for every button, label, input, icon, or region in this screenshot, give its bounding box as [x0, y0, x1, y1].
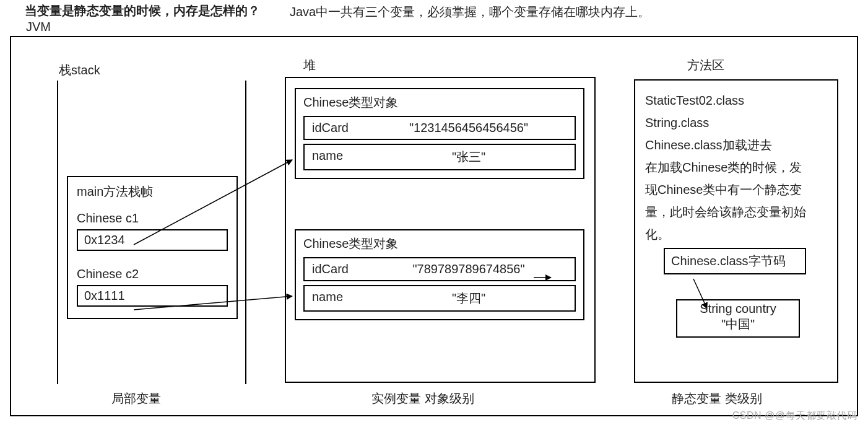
- stack-var: Chinese c1 0x1234: [77, 211, 228, 251]
- watermark: CSDN @@每天都要敲代码: [732, 410, 857, 423]
- object-title: Chinese类型对象: [303, 94, 576, 111]
- static-var-value: "中国": [684, 316, 792, 333]
- var-value-box: 0x1234: [77, 229, 228, 251]
- field-value: "789789789674856": [370, 262, 567, 276]
- main-frame-title: main方法栈帧: [77, 183, 228, 200]
- ma-line: StaticTest02.class: [645, 89, 827, 112]
- stack-caption: 局部变量: [111, 390, 161, 407]
- var-value-box: 0x1111: [77, 285, 228, 307]
- method-area-label: 方法区: [687, 57, 724, 74]
- title-main: 当变量是静态变量的时候，内存是怎样的？: [25, 2, 260, 19]
- ma-line: 在加载Chinese类的时候，发: [645, 156, 827, 178]
- ma-line: 量，此时会给该静态变量初始: [645, 201, 827, 223]
- field-name: idCard: [312, 262, 355, 276]
- jvm-label: JVM: [26, 20, 51, 34]
- stack-wall-right: [245, 81, 246, 384]
- field-box: idCard "789789789674856": [303, 257, 576, 281]
- field-name: name: [312, 290, 355, 307]
- field-name: name: [312, 149, 355, 165]
- static-var-title: String country: [684, 302, 792, 316]
- heap-object: Chinese类型对象 idCard "789789789674856" nam…: [295, 229, 584, 320]
- ma-line: String.class: [645, 112, 827, 134]
- main-stack-frame: main方法栈帧 Chinese c1 0x1234 Chinese c2 0x…: [67, 176, 238, 319]
- object-title: Chinese类型对象: [303, 235, 576, 252]
- field-value: "张三": [370, 149, 567, 165]
- title-sub: Java中一共有三个变量，必须掌握，哪个变量存储在哪块内存上。: [290, 4, 650, 20]
- class-bytecode-box: Chinese.class字节码: [664, 248, 806, 274]
- method-area-box: StaticTest02.class String.class Chinese.…: [634, 79, 838, 383]
- ma-line: Chinese.class加载进去: [645, 134, 827, 156]
- heap-label: 堆: [303, 57, 316, 74]
- field-box: idCard "1231456456456456": [303, 116, 576, 140]
- field-box: name "李四": [303, 285, 576, 312]
- field-value: "李四": [370, 290, 567, 307]
- stack-wall-left: [57, 81, 58, 384]
- var-decl: Chinese c2: [77, 267, 228, 281]
- stack-label: 栈stack: [59, 62, 100, 79]
- ma-line: 化。: [645, 223, 827, 245]
- method-area-caption: 静态变量 类级别: [672, 390, 762, 407]
- heap-caption: 实例变量 对象级别: [371, 390, 474, 407]
- ma-line: 现Chinese类中有一个静态变: [645, 178, 827, 201]
- field-name: idCard: [312, 121, 355, 135]
- field-box: name "张三": [303, 144, 576, 170]
- field-value: "1231456456456456": [370, 121, 567, 135]
- static-var-box: String country "中国": [676, 299, 800, 338]
- heap-object: Chinese类型对象 idCard "1231456456456456" na…: [295, 88, 584, 179]
- var-decl: Chinese c1: [77, 211, 228, 226]
- stack-var: Chinese c2 0x1111: [77, 267, 228, 307]
